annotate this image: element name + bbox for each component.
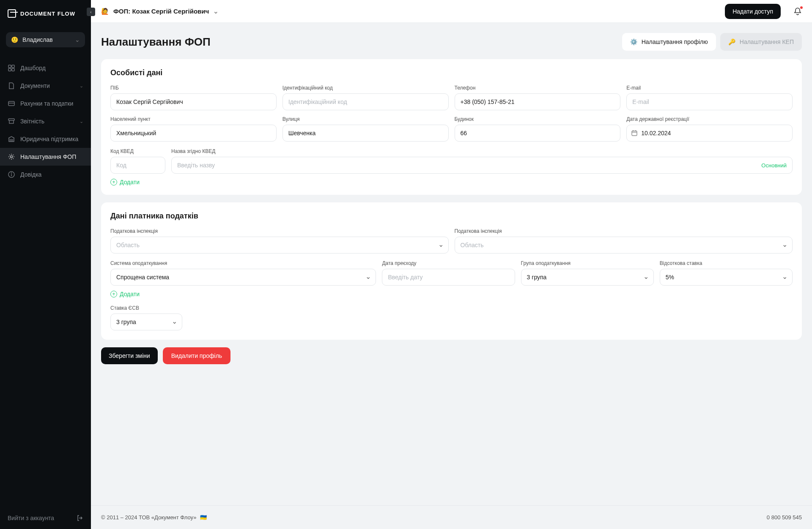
- plus-icon: +: [110, 291, 117, 297]
- profile-switcher[interactable]: 🙋 ФОП: Козак Сергій Сергійович ⌄: [101, 8, 219, 15]
- city-input[interactable]: [110, 125, 277, 142]
- nav-label: Дашборд: [20, 65, 46, 71]
- add-tax-system-button[interactable]: + Додати: [110, 291, 793, 297]
- nav-invoices[interactable]: Рахунки та податки: [0, 95, 91, 112]
- footer-phone: 0 800 509 545: [767, 514, 802, 521]
- nav-label: Довідка: [20, 171, 41, 178]
- regdate-input[interactable]: [626, 125, 793, 142]
- email-input[interactable]: [626, 93, 793, 110]
- save-button[interactable]: Зберегти зміни: [101, 347, 158, 364]
- nav-settings[interactable]: Налаштування ФОП: [0, 148, 91, 166]
- grant-access-button[interactable]: Надати доступ: [725, 4, 781, 19]
- nav-dashboard[interactable]: Дашборд: [0, 59, 91, 77]
- flag-icon: 🇺🇦: [200, 514, 207, 521]
- tab-label: Налаштування профілю: [642, 38, 708, 45]
- card-title: Дані платника податків: [110, 212, 793, 221]
- user-switcher[interactable]: 🙂 Владислав ⌄: [6, 32, 85, 47]
- user-name: Владислав: [22, 36, 53, 43]
- tax-data-card: Дані платника податків Податкова інспекц…: [101, 202, 802, 340]
- field-label: E-mail: [626, 85, 793, 91]
- plus-icon: +: [110, 179, 117, 185]
- svg-rect-3: [12, 68, 14, 71]
- field-label: ПІБ: [110, 85, 277, 91]
- svg-rect-6: [8, 119, 14, 120]
- chevron-down-icon: ⌄: [213, 8, 219, 15]
- brand-text: DOCUMENT FLOW: [20, 11, 75, 17]
- tax-group-select[interactable]: [521, 269, 654, 286]
- field-label: Дата державної реєстрації: [626, 116, 793, 122]
- topbar: 🙋 ФОП: Козак Сергій Сергійович ⌄ Надати …: [91, 0, 812, 23]
- tab-profile-settings[interactable]: ⚙️ Налаштування профілю: [622, 33, 716, 51]
- field-label: Будинок: [455, 116, 621, 122]
- footer: © 2011 – 2024 ТОВ «Документ Флоу» 🇺🇦 0 8…: [91, 505, 812, 529]
- tax-inspection-select-2[interactable]: [455, 237, 793, 254]
- notification-dot-icon: [800, 6, 803, 9]
- add-kved-button[interactable]: + Додати: [110, 179, 793, 185]
- kved-primary-badge: Основний: [761, 162, 787, 169]
- card-title: Особисті дані: [110, 68, 793, 77]
- inn-input[interactable]: [283, 93, 449, 110]
- key-emoji-icon: 🔑: [728, 38, 735, 45]
- field-label: Код КВЕД: [110, 148, 165, 154]
- footer-copyright: © 2011 – 2024 ТОВ «Документ Флоу»: [101, 514, 197, 521]
- info-icon: [8, 171, 15, 178]
- delete-profile-button[interactable]: Видалити профіль: [163, 347, 230, 364]
- field-label: Податкова інспекція: [455, 228, 793, 234]
- logout-icon: [77, 515, 83, 521]
- dashboard-icon: [8, 64, 15, 72]
- nav-help[interactable]: Довідка: [0, 166, 91, 183]
- nav-documents[interactable]: Документи ⌄: [0, 77, 91, 95]
- gear-emoji-icon: ⚙️: [630, 38, 637, 45]
- bank-icon: [8, 135, 15, 143]
- nav-label: Документи: [20, 82, 50, 89]
- house-input[interactable]: [455, 125, 621, 142]
- sidebar: DOCUMENT FLOW ‹ 🙂 Владислав ⌄ Дашборд До: [0, 0, 91, 529]
- field-label: Ідентифікаційний код: [283, 85, 449, 91]
- profile-name: ФОП: Козак Сергій Сергійович: [113, 8, 209, 15]
- tax-inspection-select-1[interactable]: [110, 237, 449, 254]
- tab-kep-settings[interactable]: 🔑 Налаштування КЕП: [720, 33, 802, 51]
- svg-rect-11: [632, 131, 637, 136]
- tax-system-select[interactable]: [110, 269, 376, 286]
- esv-rate-select[interactable]: [110, 314, 182, 330]
- nav-legal[interactable]: Юридична підтримка: [0, 130, 91, 148]
- main-nav: Дашборд Документи ⌄ Рахунки та податки: [0, 56, 91, 507]
- field-label: Населений пункт: [110, 116, 277, 122]
- page-title: Налаштування ФОП: [101, 35, 211, 49]
- field-label: Податкова інспекція: [110, 228, 449, 234]
- document-icon: [8, 82, 15, 90]
- svg-rect-4: [8, 101, 14, 106]
- phone-input[interactable]: [455, 93, 621, 110]
- chevron-down-icon: ⌄: [75, 36, 80, 43]
- kved-name-input[interactable]: [171, 157, 793, 174]
- svg-point-10: [11, 173, 12, 173]
- logout-button[interactable]: Вийти з аккаунта: [0, 507, 91, 529]
- logo-icon: [8, 9, 16, 18]
- rate-select[interactable]: [660, 269, 793, 286]
- add-label: Додати: [120, 291, 140, 297]
- field-label: Ставка ЄСВ: [110, 305, 182, 311]
- pib-input[interactable]: [110, 93, 277, 110]
- nav-label: Звітність: [20, 118, 44, 125]
- profile-emoji-icon: 🙋: [101, 8, 109, 15]
- nav-label: Рахунки та податки: [20, 100, 73, 107]
- svg-rect-1: [12, 65, 14, 68]
- user-avatar-icon: 🙂: [11, 36, 18, 43]
- field-label: Відсоткова ставка: [660, 260, 793, 266]
- chevron-left-icon: ‹: [90, 10, 91, 14]
- credit-card-icon: [8, 100, 15, 107]
- nav-label: Юридична підтримка: [20, 136, 78, 142]
- svg-point-7: [11, 156, 13, 158]
- notifications-button[interactable]: [793, 7, 802, 16]
- transition-date-input[interactable]: [382, 269, 515, 286]
- svg-rect-0: [8, 65, 11, 68]
- personal-data-card: Особисті дані ПІБ Ідентифікаційний код Т…: [101, 59, 802, 195]
- logout-label: Вийти з аккаунта: [8, 515, 54, 521]
- chevron-down-icon: ⌄: [80, 119, 83, 124]
- field-label: Телефон: [455, 85, 621, 91]
- street-input[interactable]: [283, 125, 449, 142]
- sidebar-collapse-button[interactable]: ‹: [87, 8, 95, 16]
- nav-reports[interactable]: Звітність ⌄: [0, 112, 91, 130]
- add-label: Додати: [120, 179, 140, 185]
- kved-code-input[interactable]: [110, 157, 165, 174]
